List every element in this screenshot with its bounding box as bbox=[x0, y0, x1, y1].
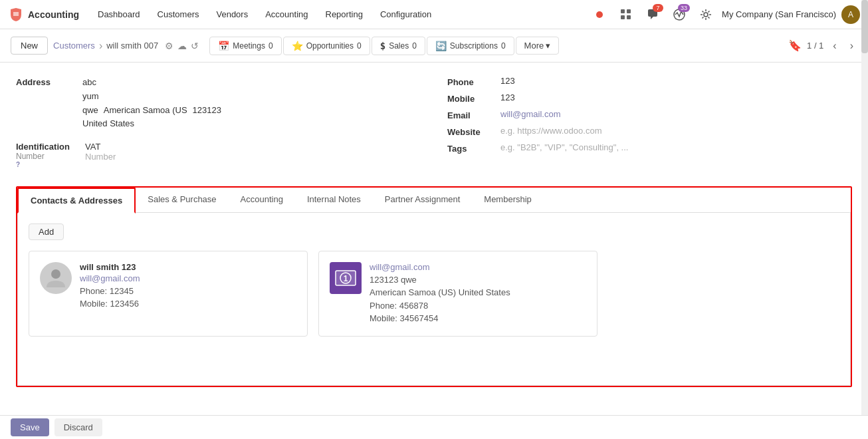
nav-configuration[interactable]: Configuration bbox=[374, 7, 438, 22]
tab-internal-notes[interactable]: Internal Notes bbox=[295, 188, 373, 213]
svg-rect-3 bbox=[627, 15, 631, 19]
opportunities-label: Opportunities bbox=[306, 41, 354, 51]
phone-field-row: Phone 123 bbox=[447, 76, 852, 87]
id-help-icon[interactable]: ? bbox=[16, 161, 20, 168]
tab-accounting[interactable]: Accounting bbox=[229, 188, 295, 213]
address-city-state[interactable]: American Samoa (US bbox=[104, 104, 187, 118]
grid-icon-btn[interactable] bbox=[615, 4, 637, 25]
next-page-button[interactable]: › bbox=[846, 39, 857, 53]
dollar-icon: $ bbox=[380, 41, 385, 51]
tab-contacts-content: Add will smith 123 will@gmail.com Phone:… bbox=[17, 213, 851, 386]
contact-card-line2: 123123 qwe bbox=[370, 273, 586, 287]
address-field-row: Address abc yum qwe American Samoa (US 1… bbox=[16, 76, 421, 131]
tabs-header: Contacts & Addresses Sales & Purchase Ac… bbox=[17, 188, 851, 213]
tabs-container: Contacts & Addresses Sales & Purchase Ac… bbox=[16, 186, 852, 387]
previous-page-button[interactable]: ‹ bbox=[829, 39, 840, 53]
new-button[interactable]: New bbox=[11, 37, 48, 55]
top-navigation: Accounting Dashboard Customers Vendors A… bbox=[0, 0, 868, 29]
nav-dashboard[interactable]: Dashboard bbox=[91, 7, 147, 22]
meetings-label: Meetings bbox=[233, 41, 265, 51]
tab-partner-assignment[interactable]: Partner Assignment bbox=[373, 188, 472, 213]
settings-icon-btn[interactable] bbox=[695, 4, 716, 25]
breadcrumb-action-icons: ⚙ ☁ ↺ bbox=[165, 41, 199, 51]
breadcrumb-parent-link[interactable]: Customers bbox=[53, 41, 95, 51]
nav-customers[interactable]: Customers bbox=[151, 7, 206, 22]
sync-icon: 🔄 bbox=[435, 41, 447, 51]
id-label-text: Identification bbox=[16, 142, 82, 152]
contact-card-mobile-1: Mobile: 123456 bbox=[80, 297, 296, 311]
subscriptions-button[interactable]: 🔄 Subscriptions 0 bbox=[427, 37, 514, 55]
activity-badge: 33 bbox=[678, 4, 690, 12]
meetings-button[interactable]: 📅 Meetings 0 bbox=[209, 37, 281, 55]
svg-text:1: 1 bbox=[344, 274, 348, 283]
sales-button[interactable]: $ Sales 0 bbox=[372, 37, 425, 55]
address-line-2[interactable]: yum bbox=[82, 90, 221, 104]
add-contact-button[interactable]: Add bbox=[29, 223, 64, 240]
address-country[interactable]: United States bbox=[82, 117, 221, 131]
contact-card-email-2: will@gmail.com bbox=[370, 262, 586, 272]
svg-rect-0 bbox=[621, 9, 625, 13]
address-value: abc yum qwe American Samoa (US 123123 Un… bbox=[82, 76, 221, 131]
opportunities-button[interactable]: ⭐ Opportunities 0 bbox=[283, 37, 370, 55]
scrollbar[interactable] bbox=[861, 0, 868, 400]
more-button[interactable]: More ▾ bbox=[516, 37, 560, 55]
opportunities-count: 0 bbox=[357, 41, 362, 51]
scroll-thumb[interactable] bbox=[861, 0, 868, 53]
person-avatar-icon bbox=[40, 262, 72, 294]
contact-cards-row: will smith 123 will@gmail.com Phone: 123… bbox=[29, 251, 839, 337]
mobile-value[interactable]: 123 bbox=[500, 92, 515, 102]
app-logo[interactable]: Accounting bbox=[8, 7, 84, 23]
email-value[interactable]: will@gmail.com bbox=[500, 109, 561, 119]
contact-card-name-1: will smith 123 bbox=[80, 262, 296, 272]
website-placeholder[interactable]: e.g. https://www.odoo.com bbox=[500, 126, 601, 136]
id-type[interactable]: VAT bbox=[85, 142, 116, 152]
invoice-dollar-icon: 1 bbox=[335, 269, 356, 287]
email-field-row: Email will@gmail.com bbox=[447, 109, 852, 120]
app-name: Accounting bbox=[28, 9, 79, 20]
nav-accounting[interactable]: Accounting bbox=[259, 7, 314, 22]
refresh-icon[interactable]: ↺ bbox=[191, 41, 199, 51]
form-section: Address abc yum qwe American Samoa (US 1… bbox=[16, 76, 852, 173]
tab-membership[interactable]: Membership bbox=[472, 188, 544, 213]
contact-card-phone-2: Phone: 456878 bbox=[370, 299, 586, 313]
address-zip[interactable]: 123123 bbox=[193, 104, 221, 118]
form-right: Phone 123 Mobile 123 Email will@gmail.co… bbox=[447, 76, 852, 173]
logo-icon bbox=[8, 7, 24, 23]
tags-field-row: Tags e.g. "B2B", "VIP", "Consulting", ..… bbox=[447, 142, 852, 154]
calendar-icon: 📅 bbox=[218, 41, 229, 51]
invoice-avatar-icon: 1 bbox=[330, 262, 362, 294]
address-line-1[interactable]: abc bbox=[82, 76, 221, 90]
id-sublabel: Number bbox=[16, 152, 82, 161]
contact-card-invoice[interactable]: 1 will@gmail.com 123123 qwe American Sam… bbox=[318, 251, 597, 337]
breadcrumb-current: will smith 007 bbox=[106, 41, 158, 51]
bookmark-icon[interactable]: 🔖 bbox=[788, 39, 802, 52]
tags-placeholder[interactable]: e.g. "B2B", "VIP", "Consulting", ... bbox=[500, 142, 628, 152]
contact-card-info-1: will smith 123 will@gmail.com Phone: 123… bbox=[80, 262, 296, 325]
nav-reporting[interactable]: Reporting bbox=[319, 7, 370, 22]
tab-contacts[interactable]: Contacts & Addresses bbox=[17, 188, 136, 214]
phone-label: Phone bbox=[447, 76, 500, 87]
status-dot-btn[interactable] bbox=[589, 4, 610, 25]
address-label: Address bbox=[16, 76, 82, 87]
activity-icon-btn[interactable]: 33 bbox=[669, 4, 690, 25]
chat-badge: 7 bbox=[653, 4, 663, 12]
svg-rect-2 bbox=[621, 15, 625, 19]
phone-value[interactable]: 123 bbox=[500, 76, 515, 86]
settings-gear-icon[interactable]: ⚙ bbox=[165, 41, 173, 51]
id-label: Identification Number ? bbox=[16, 142, 82, 172]
cloud-upload-icon[interactable]: ☁ bbox=[177, 41, 187, 51]
form-left: Address abc yum qwe American Samoa (US 1… bbox=[16, 76, 421, 173]
subscriptions-label: Subscriptions bbox=[450, 41, 498, 51]
id-number-placeholder[interactable]: Number bbox=[85, 152, 116, 162]
nav-vendors[interactable]: Vendors bbox=[209, 7, 255, 22]
more-label: More bbox=[524, 41, 544, 51]
user-avatar[interactable]: A bbox=[841, 5, 860, 24]
more-chevron-icon: ▾ bbox=[546, 41, 550, 51]
meetings-count: 0 bbox=[269, 41, 273, 51]
contact-card-person[interactable]: will smith 123 will@gmail.com Phone: 123… bbox=[29, 251, 308, 337]
tab-sales-purchase[interactable]: Sales & Purchase bbox=[136, 188, 228, 213]
address-line-3[interactable]: qwe bbox=[82, 104, 98, 118]
action-buttons: 📅 Meetings 0 ⭐ Opportunities 0 $ Sales 0… bbox=[209, 37, 559, 55]
company-name[interactable]: My Company (San Francisco) bbox=[722, 9, 836, 19]
chat-icon-btn[interactable]: 7 bbox=[642, 4, 663, 25]
